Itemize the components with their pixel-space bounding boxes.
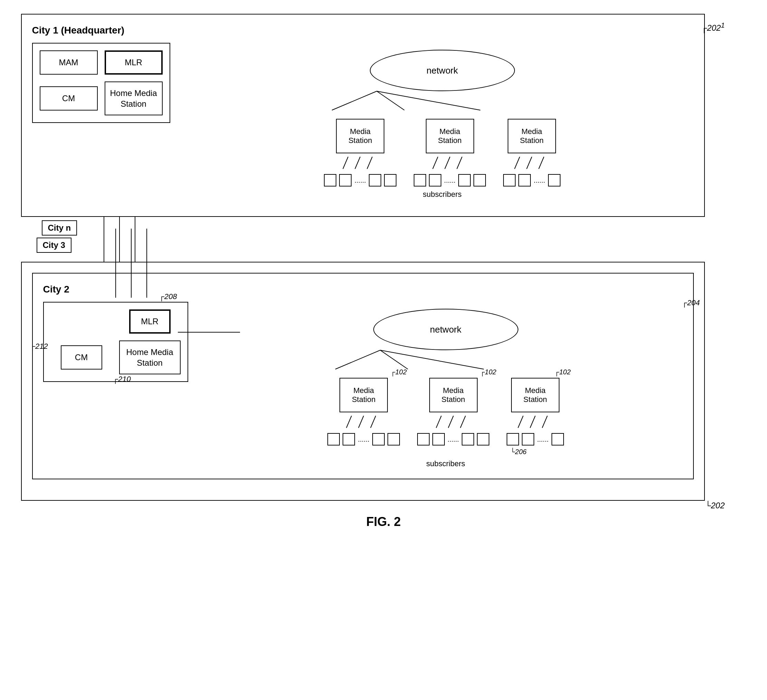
svg-line-11	[539, 157, 544, 169]
city1-left-panel: MAM MLR CM Home MediaStation	[32, 43, 170, 123]
ref-202-top: ┌2021	[701, 21, 724, 33]
svg-line-20	[371, 416, 376, 428]
sub-box	[462, 433, 474, 445]
svg-line-3	[343, 157, 348, 169]
city2-inner-box: City 2 ┌208 MLR ┌212 CM	[32, 273, 694, 479]
ms1-lines	[336, 157, 384, 170]
sub-box	[339, 174, 352, 186]
ref-212: ┌212	[30, 342, 48, 351]
svg-line-2	[377, 91, 481, 110]
city2-left-panel: ┌208 MLR ┌212 CM Home MediaS	[43, 302, 188, 382]
city2-media-station-3: ┌102 MediaStation └206	[507, 378, 563, 445]
svg-line-9	[514, 157, 520, 169]
svg-line-19	[358, 416, 364, 428]
media-station-box-city2-3: MediaStation	[511, 378, 559, 412]
city2-label: City 2	[43, 284, 683, 295]
city1-network-ellipse: network	[370, 50, 515, 91]
city3-label: City 3	[37, 238, 72, 253]
sub-box	[548, 174, 560, 186]
city1-subscribers-2: ......	[414, 174, 486, 186]
sub-box	[503, 174, 516, 186]
ref-208: ┌208	[159, 292, 177, 301]
city2-network-ellipse: network	[373, 309, 518, 350]
city2-subscribers-1: ......	[327, 433, 399, 445]
svg-line-23	[460, 416, 466, 428]
city2-network-lines	[308, 350, 584, 371]
sub-box	[327, 433, 340, 445]
city2-subscribers-label: subscribers	[426, 459, 465, 468]
svg-line-17	[380, 350, 484, 369]
city2-network-area: network ┌204 ┌102 MediaSt	[209, 309, 683, 468]
city1-box: City 1 (Headquarter) MAM MLR CM Home Med…	[21, 14, 705, 217]
city2-media-stations-row: ┌102 MediaStation ......	[327, 378, 563, 445]
ref-202-bottom: └202	[705, 501, 724, 511]
sub-box	[429, 174, 441, 186]
svg-line-6	[433, 157, 438, 169]
sub-box	[414, 174, 426, 186]
mlr-box-city1: MLR	[105, 51, 163, 75]
city1-network-lines	[304, 91, 581, 112]
city1-label: City 1 (Headquarter)	[32, 25, 694, 36]
city1-subscribers-label: subscribers	[423, 190, 461, 199]
svg-line-4	[355, 157, 360, 169]
ref-204: ┌204	[682, 298, 700, 307]
sub-box	[473, 174, 486, 186]
sub-box	[417, 433, 430, 445]
city1-media-station-2: MediaStation ......	[414, 119, 486, 186]
media-station-box-city2-2: MediaStation	[429, 378, 477, 412]
svg-line-26	[542, 416, 547, 428]
svg-line-10	[527, 157, 532, 169]
sub-box	[522, 433, 534, 445]
home-media-station-city1: Home MediaStation	[105, 81, 163, 115]
city1-media-station-1: MediaStation ......	[324, 119, 396, 186]
city1-subscribers-3: ......	[503, 174, 560, 186]
mam-box: MAM	[40, 51, 98, 75]
city2-media-station-1: ┌102 MediaStation ......	[327, 378, 399, 445]
city2-outer-box: City 2 ┌208 MLR ┌212 CM	[21, 262, 705, 501]
svg-line-18	[346, 416, 352, 428]
sub-box	[518, 174, 531, 186]
cm-box-city1: CM	[40, 86, 98, 110]
cm-box-city2: CM	[61, 345, 102, 369]
media-station-box-3: MediaStation	[508, 119, 556, 153]
ref-102-2: ┌102	[480, 368, 496, 376]
city1-media-station-3: MediaStation ......	[503, 119, 560, 186]
city2-subscribers-2: ......	[417, 433, 489, 445]
home-media-station-city2: Home MediaStation ┌210	[119, 340, 181, 374]
sub-box	[384, 174, 396, 186]
media-station-box-2: MediaStation	[426, 119, 474, 153]
ms-c2-2-lines	[429, 416, 477, 430]
ref-102-3: ┌102	[554, 368, 571, 376]
sub-box	[507, 433, 519, 445]
sub-box	[342, 433, 355, 445]
svg-line-0	[332, 91, 377, 110]
sub-box	[477, 433, 489, 445]
svg-line-8	[457, 157, 462, 169]
svg-line-7	[445, 157, 450, 169]
sub-box	[387, 433, 400, 445]
sub-box	[372, 433, 385, 445]
svg-line-5	[367, 157, 372, 169]
ms-c2-3-lines	[511, 416, 559, 430]
sub-box	[552, 433, 564, 445]
sub-box	[369, 174, 381, 186]
ms2-lines	[426, 157, 474, 170]
ms-c2-1-lines	[339, 416, 388, 430]
ms3-lines	[508, 157, 556, 170]
sub-box	[324, 174, 336, 186]
svg-line-25	[530, 416, 535, 428]
city1-subscribers-1: ......	[324, 174, 396, 186]
svg-line-22	[448, 416, 454, 428]
diagram-container: City 1 (Headquarter) MAM MLR CM Home Med…	[21, 14, 746, 529]
ref-210: ┌210	[113, 374, 131, 384]
svg-line-24	[518, 416, 523, 428]
fig-caption: FIG. 2	[21, 515, 746, 529]
city1-network-area: network MediaStation	[191, 50, 694, 199]
ref-206: └206	[510, 448, 527, 456]
mlr-box-city2: MLR	[129, 309, 170, 334]
city2-subscribers-3: └206 ......	[507, 433, 563, 445]
city-n-label: City n	[42, 220, 77, 235]
svg-line-21	[436, 416, 441, 428]
city1-media-stations-row: MediaStation ......	[324, 119, 560, 186]
connector-section: City n City 3	[21, 217, 705, 262]
